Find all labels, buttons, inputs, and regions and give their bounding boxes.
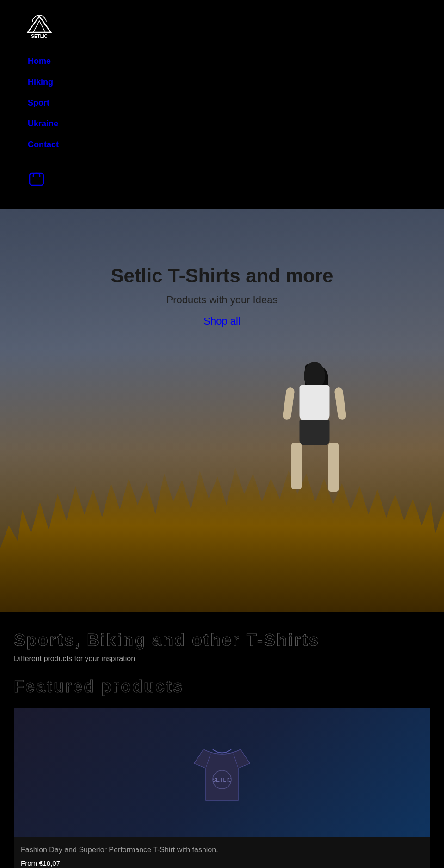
person-shorts (300, 420, 330, 445)
nav-home[interactable]: Home (23, 51, 421, 72)
featured-products-label: Featured products (14, 677, 430, 696)
nav-sport[interactable]: Sport (23, 93, 421, 113)
products-section-title: Sports, Biking and other T-Shirts (14, 631, 430, 650)
svg-text:SETLIC: SETLIC (212, 777, 232, 783)
product-info: Fashion Day and Superior Performance T-S… (14, 837, 430, 868)
hero-title: Setlic T-Shirts and more (0, 265, 444, 287)
svg-marker-0 (28, 16, 51, 32)
person-leg-left (291, 443, 302, 489)
cart-area[interactable] (23, 157, 421, 200)
product-price: From €18,07 (21, 859, 423, 867)
person-arm-left (282, 387, 295, 420)
product-card: SETLIC Fashion Day and Superior Performa… (14, 708, 430, 868)
nav-ukraine[interactable]: Ukraine (23, 113, 421, 134)
person-shirt (300, 385, 330, 422)
products-section-subtitle: Different products for your inspiration (14, 655, 430, 663)
hero-shop-all-link[interactable]: Shop all (204, 315, 240, 327)
product-name: Fashion Day and Superior Performance T-S… (21, 844, 423, 856)
hero-subtitle: Products with your Ideas (0, 294, 444, 306)
nav-contact[interactable]: Contact (23, 134, 421, 155)
svg-text:SETLIC: SETLIC (31, 34, 48, 39)
person-arm-right (334, 387, 347, 420)
logo-area: SETLIC (23, 9, 421, 49)
header: SETLIC Home Hiking Sport Ukraine Contact (0, 0, 444, 209)
nav-hiking[interactable]: Hiking (23, 72, 421, 93)
product-image[interactable]: SETLIC (14, 708, 430, 837)
hero-person-figure (278, 362, 352, 510)
person-head (304, 362, 325, 387)
person-leg-right (328, 443, 339, 492)
cart-icon[interactable] (28, 171, 45, 189)
hero-section: Setlic T-Shirts and more Products with y… (0, 209, 444, 612)
person-body (278, 362, 352, 510)
hero-content: Setlic T-Shirts and more Products with y… (0, 265, 444, 327)
svg-rect-3 (30, 173, 43, 185)
products-section: Sports, Biking and other T-Shirts Differ… (0, 612, 444, 868)
tshirt-svg: SETLIC (185, 740, 259, 805)
brand-logo[interactable]: SETLIC (23, 14, 56, 39)
main-nav: Home Hiking Sport Ukraine Contact (23, 49, 421, 157)
